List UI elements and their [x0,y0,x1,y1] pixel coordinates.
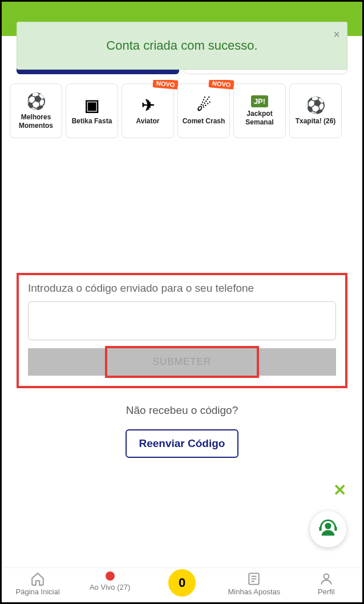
tile-betika-fasta[interactable]: ▣ Betika Fasta [66,83,118,138]
success-toast: Conta criada com sucesso. × [17,22,347,70]
headset-icon [318,520,338,539]
card-icon: ▣ [84,96,99,115]
tile-label: Betika Fasta [72,117,112,125]
tile-label: Melhores Momentos [13,113,59,130]
verification-prompt: Introduza o código enviado para o seu te… [28,282,336,295]
svg-point-0 [325,523,331,529]
svg-rect-1 [319,527,321,531]
support-fab[interactable] [310,511,346,547]
not-received-text: Não recebeu o código? [17,404,347,417]
novo-badge: NOVO [152,80,179,90]
verification-code-input[interactable] [28,301,336,340]
nav-betslip[interactable]: 0 [146,571,218,597]
toast-close-button[interactable]: × [333,28,340,41]
bottom-nav: Página Inicial Ao Vivo (27) 0 Minhas Apo… [2,567,362,602]
tile-aviator[interactable]: NOVO ✈ Aviator [122,83,174,138]
tile-comet-crash[interactable]: NOVO ☄ Comet Crash [177,83,230,138]
betslip-count-badge: 0 [168,569,196,597]
nav-bets-label: Minhas Apostas [228,587,281,596]
novo-badge: NOVO [208,80,234,90]
aviator-icon: ✈ [141,96,155,115]
svg-point-4 [323,574,329,579]
svg-rect-2 [334,527,337,531]
home-icon [30,571,45,586]
quick-tiles-row: ⚽ Melhores Momentos ▣ Betika Fasta NOVO … [2,80,362,142]
resend-section: Não recebeu o código? Reenviar Código [17,404,347,458]
live-dot-icon [106,571,115,581]
main-content: Introduza o código enviado para o seu te… [2,142,362,567]
jackpot-icon: JP! [251,95,268,107]
verification-highlight: Introduza o código enviado para o seu te… [17,273,347,388]
comet-icon: ☄ [197,96,211,115]
submit-button-label: SUBMETER [153,356,211,367]
soccer-icon: ⚽ [306,96,326,115]
nav-home[interactable]: Página Inicial [2,571,74,597]
tile-label: Aviator [136,117,160,125]
list-icon [246,571,261,586]
tile-txapita[interactable]: ⚽ Txapita! (26) [289,83,342,138]
tile-melhores-momentos[interactable]: ⚽ Melhores Momentos [10,83,62,138]
resend-code-button[interactable]: Reenviar Código [126,429,239,458]
nav-profile-label: Perfil [318,587,335,596]
soccer-icon: ⚽ [26,92,46,111]
nav-live[interactable]: Ao Vivo (27) [74,571,145,597]
tile-jackpot-semanal[interactable]: JP! Jackpot Semanal [233,83,286,138]
nav-home-label: Página Inicial [16,587,60,596]
profile-icon [319,571,334,586]
tile-label: Jackpot Semanal [236,110,283,126]
nav-my-bets[interactable]: Minhas Apostas [218,571,290,597]
nav-profile[interactable]: Perfil [290,571,362,597]
tile-label: Comet Crash [183,117,225,125]
submit-button[interactable]: SUBMETER [28,348,336,376]
close-icon[interactable]: ✕ [333,481,346,500]
nav-live-label: Ao Vivo (27) [90,583,130,591]
tile-label: Txapita! (26) [296,117,336,125]
toast-message: Conta criada com sucesso. [106,38,257,53]
